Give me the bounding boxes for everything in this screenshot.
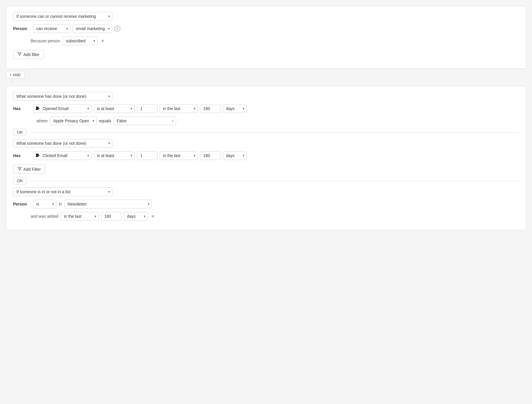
and-was-label: and was added <box>31 214 58 219</box>
has-label-1: Has <box>13 106 31 111</box>
nested-clicked-email: What someone has done (or not done) Has … <box>13 139 519 221</box>
filter-icon-2 <box>18 167 22 172</box>
added-close-btn[interactable]: × <box>150 213 156 220</box>
because-select[interactable]: subscribedunsubscribed <box>62 36 98 45</box>
block-list: If someone is in or not in a list Person… <box>13 187 519 221</box>
add-filter-label-2: Add Filter <box>23 167 41 172</box>
opened-time-select[interactable]: in the lastin the next <box>160 104 198 113</box>
clicked-main-dropdown-wrapper[interactable]: What someone has done (or not done) <box>13 139 112 148</box>
block-marketing: If someone can or cannot receive marketi… <box>6 6 526 69</box>
marketing-main-dropdown[interactable]: If someone can or cannot receive marketi… <box>13 12 112 21</box>
clicked-days-unit-wrapper[interactable]: daysweeksmonths <box>223 151 247 160</box>
clicked-days-input[interactable] <box>200 151 220 160</box>
or-button-2[interactable]: OR <box>13 177 27 184</box>
where-label: where <box>36 119 48 123</box>
where-value-wrapper: × <box>113 116 176 125</box>
marketing-main-dropdown-wrapper[interactable]: If someone can or cannot receive marketi… <box>13 12 112 21</box>
opened-condition-select[interactable]: is at leastis at mostequals <box>94 104 135 113</box>
list-select-wrapper[interactable]: NewsletterSubscribersVIP <box>64 200 152 208</box>
opened-count-input[interactable] <box>137 104 157 113</box>
clicked-days-unit-select[interactable]: daysweeksmonths <box>223 151 247 160</box>
and-connector: + AND <box>6 71 526 83</box>
added-days-unit-select[interactable]: daysweeksmonths <box>124 212 148 221</box>
or-line-1 <box>30 132 519 133</box>
because-close-btn[interactable]: × <box>100 38 105 44</box>
is-wrapper[interactable]: isis not <box>33 200 56 208</box>
add-filter-button-2[interactable]: Add Filter <box>13 165 45 174</box>
where-row: where Apple Privacy OpenCampaign NameSub… <box>36 116 519 125</box>
clicked-event-select[interactable]: Opened EmailClicked EmailReceived Email <box>33 151 91 160</box>
marketing-type-select[interactable]: email marketingsms marketing <box>73 24 112 33</box>
list-main-dropdown-wrapper[interactable]: If someone is in or not in a list <box>13 187 112 196</box>
can-receive-wrapper[interactable]: can receivecannot receive <box>33 24 70 33</box>
list-main-dropdown[interactable]: If someone is in or not in a list <box>13 187 112 196</box>
opened-condition-wrapper[interactable]: is at leastis at mostequals <box>94 104 135 113</box>
opened-days-input[interactable] <box>200 104 220 113</box>
opened-event-wrapper[interactable]: Opened EmailClicked EmailReceived Email <box>33 104 91 113</box>
clicked-event-wrapper[interactable]: Opened EmailClicked EmailReceived Email <box>33 151 91 160</box>
where-field-wrapper[interactable]: Apple Privacy OpenCampaign NameSubject <box>50 116 97 125</box>
where-field-select[interactable]: Apple Privacy OpenCampaign NameSubject <box>50 116 97 125</box>
can-receive-select[interactable]: can receivecannot receive <box>33 24 70 33</box>
equals-label: equals <box>99 119 111 123</box>
where-value-input[interactable] <box>113 116 176 125</box>
clicked-time-select[interactable]: in the lastin the next <box>160 151 198 160</box>
person-label: Person <box>13 26 31 31</box>
clicked-time-wrapper[interactable]: in the lastin the next <box>160 151 198 160</box>
marketing-type-wrapper[interactable]: email marketingsms marketing <box>73 24 112 33</box>
because-label: Because person <box>31 39 60 43</box>
opened-time-wrapper[interactable]: in the lastin the next <box>160 104 198 113</box>
added-time-select[interactable]: in the lastin the next <box>61 212 99 221</box>
person-label-2: Person <box>13 202 31 206</box>
clicked-condition-select[interactable]: is at leastis at mostequals <box>94 151 135 160</box>
clicked-condition-wrapper[interactable]: is at leastis at mostequals <box>94 151 135 160</box>
in-label: in <box>59 202 62 206</box>
added-days-unit-wrapper[interactable]: daysweeksmonths <box>124 212 148 221</box>
or-row-2: OR <box>13 177 519 184</box>
where-close-btn[interactable]: × <box>171 119 174 123</box>
or-line-2 <box>30 181 519 181</box>
added-days-input[interactable] <box>101 212 121 221</box>
opened-days-unit-wrapper[interactable]: daysweeksmonths <box>223 104 247 113</box>
list-select[interactable]: NewsletterSubscribersVIP <box>64 200 152 208</box>
opened-days-unit-select[interactable]: daysweeksmonths <box>223 104 247 113</box>
info-icon[interactable]: i <box>114 26 120 32</box>
opened-main-dropdown-wrapper[interactable]: What someone has done (or not done) <box>13 92 112 101</box>
is-select[interactable]: isis not <box>33 200 56 208</box>
add-filter-button-1[interactable]: Add filter <box>13 50 44 59</box>
and-button[interactable]: + AND <box>6 71 25 79</box>
add-filter-label-1: Add filter <box>23 52 39 57</box>
because-select-wrapper[interactable]: subscribedunsubscribed <box>62 36 98 45</box>
opened-main-dropdown[interactable]: What someone has done (or not done) <box>13 92 112 101</box>
or-button-1[interactable]: OR <box>13 129 27 136</box>
filter-icon-1 <box>18 52 22 57</box>
opened-event-select[interactable]: Opened EmailClicked EmailReceived Email <box>33 104 91 113</box>
or-row-1: OR <box>13 129 519 136</box>
has-label-2: Has <box>13 153 31 158</box>
block-opened-email: What someone has done (or not done) Has … <box>6 86 526 230</box>
clicked-count-input[interactable] <box>137 151 157 160</box>
clicked-main-dropdown[interactable]: What someone has done (or not done) <box>13 139 112 148</box>
added-time-wrapper[interactable]: in the lastin the next <box>61 212 99 221</box>
